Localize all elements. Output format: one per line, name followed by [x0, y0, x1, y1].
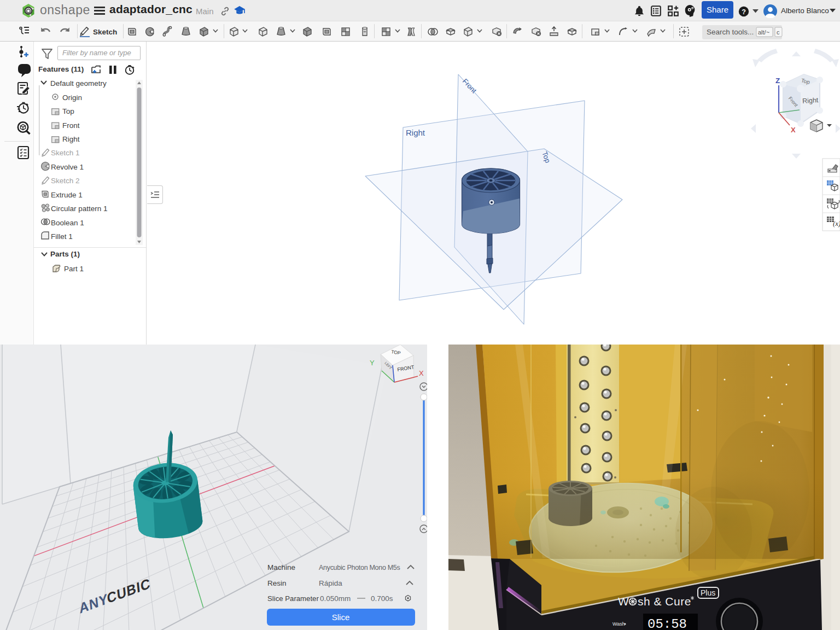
- svg-text:X: X: [419, 369, 424, 377]
- svg-text:Search tools...: Search tools...: [707, 28, 754, 36]
- svg-text:Wash: Wash: [612, 621, 625, 627]
- svg-text:Origin: Origin: [62, 94, 82, 102]
- svg-text:Sketch 1: Sketch 1: [51, 149, 80, 157]
- svg-text:CUBIC: CUBIC: [106, 575, 151, 606]
- svg-text:Sketch 2: Sketch 2: [51, 177, 80, 185]
- svg-text:Slice Parameter: Slice Parameter: [267, 594, 319, 603]
- svg-text:0.700s: 0.700s: [371, 594, 393, 603]
- svg-text:Slice: Slice: [332, 612, 350, 622]
- svg-text:sh & Cure: sh & Cure: [638, 595, 691, 608]
- svg-text:Resin: Resin: [267, 579, 287, 587]
- svg-text:?: ?: [742, 8, 746, 16]
- svg-text:Right: Right: [802, 96, 819, 105]
- svg-text:Top: Top: [62, 107, 74, 115]
- svg-text:Sketch: Sketch: [93, 28, 117, 36]
- svg-text:Anycubic Photon Mono M5s: Anycubic Photon Mono M5s: [319, 564, 400, 571]
- svg-text:Y: Y: [370, 359, 375, 367]
- svg-text:Fillet 1: Fillet 1: [51, 232, 73, 241]
- svg-text:Front: Front: [62, 121, 80, 130]
- svg-text:(x): (x): [833, 219, 840, 228]
- svg-text:05:58: 05:58: [648, 617, 687, 630]
- svg-text:Right: Right: [406, 128, 425, 137]
- svg-text:Plus: Plus: [701, 588, 715, 597]
- svg-text:Circular pattern 1: Circular pattern 1: [51, 205, 108, 213]
- svg-text:Default geometry: Default geometry: [50, 79, 107, 88]
- svg-text:alt/~: alt/~: [758, 29, 769, 36]
- svg-text:W: W: [618, 595, 629, 608]
- svg-text:0.050mm: 0.050mm: [320, 594, 351, 603]
- svg-text:Rápida: Rápida: [319, 579, 342, 587]
- svg-text:Revolve 1: Revolve 1: [51, 163, 84, 171]
- svg-text:Right: Right: [62, 135, 80, 143]
- svg-text:Z: Z: [775, 77, 780, 85]
- svg-text:c: c: [777, 29, 780, 36]
- svg-text:Machine: Machine: [267, 563, 295, 571]
- svg-text:Boolean 1: Boolean 1: [51, 219, 84, 227]
- svg-text:X: X: [791, 126, 796, 134]
- svg-text:Extrude 1: Extrude 1: [51, 191, 83, 199]
